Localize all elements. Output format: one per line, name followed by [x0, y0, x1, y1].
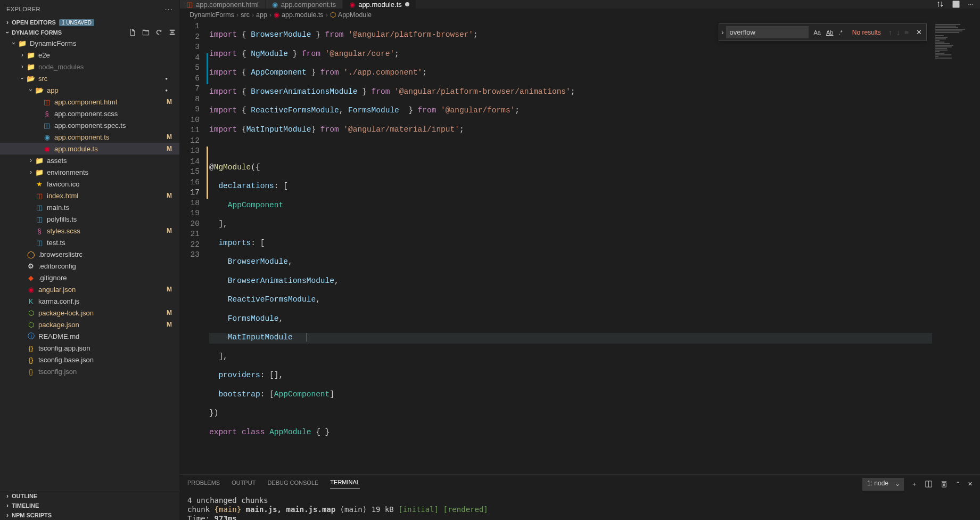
folder-src[interactable]: ›📂src● — [0, 72, 179, 84]
folder-environments[interactable]: ›📁environments — [0, 166, 179, 178]
file-karma[interactable]: Kkarma.conf.js — [0, 295, 179, 307]
tab-terminal[interactable]: TERMINAL — [330, 479, 360, 489]
tab-component-ts[interactable]: ◉app.component.ts — [266, 0, 343, 9]
file-polyfills[interactable]: ◫polyfills.ts — [0, 213, 179, 225]
project-header[interactable]: › DYNAMIC FORMS — [0, 27, 179, 37]
gear-icon: ⚙ — [27, 262, 35, 270]
timeline-header[interactable]: ›TIMELINE — [0, 501, 179, 510]
new-file-icon[interactable] — [128, 28, 136, 36]
find-next-icon[interactable]: ↓ — [896, 28, 900, 37]
file-pkg-lock[interactable]: ⬡package-lock.jsonM — [0, 307, 179, 319]
file-pkg[interactable]: ⬡package.jsonM — [0, 319, 179, 330]
tab-output[interactable]: OUTPUT — [232, 480, 256, 489]
folder-icon: 📂 — [27, 74, 35, 83]
scss-icon: § — [35, 226, 44, 235]
json-icon: {} — [27, 355, 35, 364]
bottom-panel: PROBLEMS OUTPUT DEBUG CONSOLE TERMINAL 1… — [180, 474, 980, 521]
ts-icon: ◫ — [43, 121, 51, 129]
whole-word-icon[interactable]: Ab — [824, 28, 835, 37]
terminal-output[interactable]: 4 unchanged chunks chunk {main} main.js,… — [180, 491, 980, 521]
minimap[interactable] — [932, 21, 980, 474]
star-icon: ★ — [35, 180, 44, 188]
json-icon: {} — [27, 367, 35, 376]
explorer-header: EXPLORER ··· — [0, 0, 179, 18]
karma-icon: K — [27, 297, 35, 305]
unsaved-badge: 1 UNSAVED — [59, 19, 94, 26]
file-component-html[interactable]: ◫app.component.htmlM — [0, 96, 179, 108]
file-component-ts[interactable]: ◉app.component.tsM — [0, 131, 179, 143]
find-results: No results — [848, 29, 885, 36]
project-name-label: DYNAMIC FORMS — [12, 29, 62, 36]
new-terminal-icon[interactable]: ＋ — [911, 480, 917, 488]
tab-debug[interactable]: DEBUG CONSOLE — [267, 480, 318, 489]
folder-e2e[interactable]: ›📁e2e — [0, 49, 179, 61]
ts-icon: ◫ — [35, 203, 44, 212]
explorer-menu-icon[interactable]: ··· — [164, 4, 173, 13]
find-selection-icon[interactable]: ≡ — [904, 28, 909, 37]
folder-node-modules[interactable]: ›📁node_modules — [0, 61, 179, 72]
file-gitignore[interactable]: ◆.gitignore — [0, 272, 179, 283]
file-index-html[interactable]: ◫index.htmlM — [0, 190, 179, 201]
tab-problems[interactable]: PROBLEMS — [187, 480, 220, 489]
explorer-title: EXPLORER — [6, 6, 40, 12]
tab-module-ts[interactable]: ◉app.module.ts — [343, 0, 416, 9]
find-prev-icon[interactable]: ↑ — [888, 28, 892, 37]
outline-header[interactable]: ›OUTLINE — [0, 491, 179, 501]
tab-component-html[interactable]: ◫app.component.html — [180, 0, 266, 9]
main-editor-area: ◫app.component.html ◉app.component.ts ◉a… — [180, 0, 980, 520]
file-favicon[interactable]: ★favicon.ico — [0, 178, 179, 190]
file-browserslist[interactable]: ◯.browserslistrc — [0, 248, 179, 260]
maximize-panel-icon[interactable]: ⌃ — [956, 481, 960, 488]
html-icon: ◫ — [35, 191, 44, 200]
folder-icon: 📂 — [35, 86, 44, 94]
file-angular-json[interactable]: ◉angular.jsonM — [0, 283, 179, 295]
html-icon: ◫ — [43, 98, 51, 106]
chevron-right-icon: › — [3, 19, 12, 26]
find-input[interactable] — [726, 26, 809, 38]
new-folder-icon[interactable] — [142, 28, 150, 36]
code-content: import { BrowserModule } from '@angular/… — [209, 21, 932, 474]
find-toggle-icon[interactable]: › — [719, 28, 726, 36]
folder-app[interactable]: ›📂app● — [0, 84, 179, 96]
regex-icon[interactable]: .* — [836, 28, 844, 37]
close-panel-icon[interactable]: ✕ — [968, 481, 973, 488]
split-terminal-icon[interactable] — [925, 480, 933, 488]
refresh-icon[interactable] — [155, 28, 163, 36]
compare-icon[interactable] — [936, 0, 944, 9]
modified-dot-icon — [405, 2, 409, 6]
breadcrumb[interactable]: DynamicForms› src› app› ◉app.module.ts› … — [180, 9, 980, 21]
kill-terminal-icon[interactable] — [940, 480, 948, 488]
file-test-ts[interactable]: ◫test.ts — [0, 237, 179, 248]
panel-tabs: PROBLEMS OUTPUT DEBUG CONSOLE TERMINAL 1… — [180, 475, 980, 491]
file-editorconfig[interactable]: ⚙.editorconfig — [0, 260, 179, 272]
npm-icon: ⬡ — [27, 320, 35, 329]
open-editors-label: OPEN EDITORS — [12, 19, 56, 26]
folder-root[interactable]: ›📁DynamicForms — [0, 37, 179, 49]
line-gutter: 1234567 891011121314151617181920212223 — [180, 21, 209, 474]
file-tsconfig[interactable]: {}tsconfig.json — [0, 365, 179, 377]
angular-icon: ◉ — [27, 285, 35, 294]
file-component-scss[interactable]: §app.component.scss — [0, 108, 179, 119]
file-styles[interactable]: §styles.scssM — [0, 225, 179, 237]
find-widget: › Aa Ab .* No results ↑ ↓ ≡ ✕ — [719, 23, 927, 41]
file-tsconfig-base[interactable]: {}tsconfig.base.json — [0, 354, 179, 365]
more-icon[interactable]: ··· — [968, 0, 974, 9]
code-editor[interactable]: 1234567 891011121314151617181920212223 i… — [180, 21, 980, 474]
file-component-spec[interactable]: ◫app.component.spec.ts — [0, 119, 179, 131]
terminal-select[interactable]: 1: node⌄ — [862, 478, 904, 491]
split-editor-icon[interactable] — [952, 0, 960, 9]
match-case-icon[interactable]: Aa — [812, 28, 823, 37]
file-tsconfig-app[interactable]: {}tsconfig.app.json — [0, 342, 179, 354]
file-main-ts[interactable]: ◫main.ts — [0, 201, 179, 213]
folder-assets[interactable]: ›📁assets — [0, 155, 179, 166]
file-tree: ›📁DynamicForms ›📁e2e ›📁node_modules ›📂sr… — [0, 37, 179, 491]
git-icon: ◆ — [27, 273, 35, 282]
json-icon: {} — [27, 344, 35, 352]
file-module-ts[interactable]: ◉app.module.tsM — [0, 143, 179, 155]
ts-icon: ◫ — [35, 215, 44, 223]
npm-scripts-header[interactable]: ›NPM SCRIPTS — [0, 510, 179, 520]
open-editors-header[interactable]: › OPEN EDITORS 1 UNSAVED — [0, 18, 179, 27]
file-readme[interactable]: ⓘREADME.md — [0, 330, 179, 342]
collapse-icon[interactable] — [168, 28, 176, 36]
find-close-icon[interactable]: ✕ — [912, 28, 926, 36]
